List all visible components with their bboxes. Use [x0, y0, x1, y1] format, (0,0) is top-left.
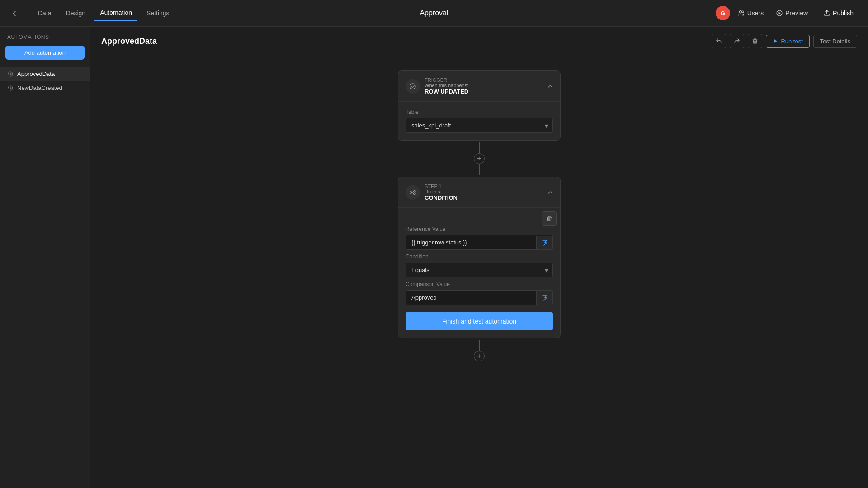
svg-marker-3	[779, 12, 781, 14]
step1-card-header: Step 1 Do this: CONDITION	[398, 177, 560, 208]
trigger-card-header: Trigger When this happens: ROW UPDATED	[398, 71, 560, 102]
sidebar-item-label-2: NewDataCreated	[17, 84, 62, 91]
step1-header-left: Step 1 Do this: CONDITION	[406, 183, 458, 201]
main-layout: Automations Add automation ApprovedData …	[0, 27, 868, 488]
sidebar-title: Automations	[0, 34, 90, 46]
trigger-when-text: When this happens:	[425, 83, 468, 88]
comparison-value-formula-button[interactable]	[536, 291, 552, 305]
connector-1: +	[474, 141, 485, 177]
run-test-label: Run test	[781, 38, 802, 45]
table-label: Table	[406, 109, 553, 115]
trigger-icon	[406, 79, 420, 94]
connector-line-2	[479, 164, 480, 175]
page-title: ApprovedData	[101, 37, 157, 46]
trigger-action: ROW UPDATED	[425, 88, 468, 95]
preview-button[interactable]: Preview	[772, 7, 812, 19]
sidebar: Automations Add automation ApprovedData …	[0, 27, 90, 488]
step1-delete-button[interactable]	[542, 211, 557, 226]
content-header: ApprovedData	[90, 27, 868, 56]
reference-value-section: Reference Value	[398, 226, 560, 253]
workflow-canvas: Trigger When this happens: ROW UPDATED T…	[90, 56, 868, 378]
preview-label: Preview	[785, 9, 808, 17]
tab-settings[interactable]: Settings	[141, 5, 175, 21]
table-select[interactable]: sales_kpi_draft	[406, 118, 553, 133]
svg-point-5	[410, 192, 412, 193]
condition-section: Condition Equals ▾	[398, 253, 560, 281]
nav-right: G Users Preview Publish	[716, 0, 861, 27]
svg-point-1	[742, 11, 744, 13]
sidebar-item-new-data-created[interactable]: NewDataCreated	[0, 81, 90, 95]
app-title: Approval	[420, 9, 448, 17]
step1-card: Step 1 Do this: CONDITION	[398, 177, 561, 338]
run-test-button[interactable]: Run test	[766, 35, 809, 48]
tab-data[interactable]: Data	[33, 5, 57, 21]
back-button[interactable]	[7, 7, 22, 20]
delete-automation-button[interactable]	[748, 34, 762, 48]
comparison-value-section: Comparison Value	[398, 281, 560, 309]
publish-label: Publish	[833, 9, 854, 17]
connector-2: +	[474, 338, 485, 363]
reference-value-formula-button[interactable]	[536, 236, 552, 249]
condition-select[interactable]: Equals	[406, 263, 553, 277]
reference-value-input[interactable]	[406, 235, 536, 249]
trigger-label: Trigger	[425, 77, 468, 83]
add-step-button-2[interactable]: +	[474, 351, 485, 361]
table-select-wrapper: sales_kpi_draft ▾	[406, 118, 553, 133]
step1-body-actions	[398, 208, 560, 226]
tab-automation[interactable]: Automation	[94, 5, 137, 21]
add-step-button-1[interactable]: +	[474, 153, 485, 164]
step1-label: Step 1	[425, 183, 458, 189]
trigger-collapse-button[interactable]	[547, 82, 553, 90]
nav-tabs: Data Design Automation Settings	[33, 5, 175, 21]
comparison-value-input-wrapper	[406, 290, 553, 305]
svg-point-0	[739, 11, 741, 13]
redo-button[interactable]	[730, 34, 744, 48]
automation-icon-1	[7, 71, 14, 77]
connector-line-3	[479, 340, 480, 351]
trigger-card: Trigger When this happens: ROW UPDATED T…	[398, 70, 561, 141]
step1-header-text: Step 1 Do this: CONDITION	[425, 183, 458, 201]
condition-select-wrapper: Equals ▾	[406, 263, 553, 277]
users-label: Users	[747, 9, 764, 17]
trigger-header-text: Trigger When this happens: ROW UPDATED	[425, 77, 468, 95]
add-automation-button[interactable]: Add automation	[5, 46, 85, 60]
trigger-card-body: Table sales_kpi_draft ▾	[398, 102, 560, 140]
finish-test-automation-button[interactable]: Finish and test automation	[406, 312, 553, 330]
condition-label: Condition	[406, 253, 553, 260]
comparison-value-input[interactable]	[406, 291, 536, 305]
users-button[interactable]: Users	[734, 7, 769, 19]
tab-design[interactable]: Design	[61, 5, 91, 21]
sidebar-item-approved-data[interactable]: ApprovedData	[0, 67, 90, 81]
comparison-value-label: Comparison Value	[406, 281, 553, 287]
test-details-button[interactable]: Test Details	[813, 35, 857, 48]
top-navigation: Data Design Automation Settings Approval…	[0, 0, 868, 27]
step1-do-text: Do this:	[425, 189, 458, 194]
undo-button[interactable]	[712, 34, 726, 48]
automation-icon-2	[7, 85, 14, 91]
reference-value-input-wrapper	[406, 235, 553, 250]
user-avatar: G	[716, 6, 730, 20]
step1-icon	[406, 185, 420, 200]
step1-action: CONDITION	[425, 194, 458, 201]
sidebar-item-label-1: ApprovedData	[17, 70, 55, 77]
reference-value-label: Reference Value	[406, 226, 553, 232]
step1-collapse-button[interactable]	[547, 188, 553, 197]
content-area: ApprovedData	[90, 27, 868, 488]
header-actions: Run test Test Details	[712, 34, 857, 48]
nav-left: Data Design Automation Settings	[7, 5, 175, 21]
trigger-header-left: Trigger When this happens: ROW UPDATED	[406, 77, 468, 95]
publish-button[interactable]: Publish	[816, 0, 861, 27]
svg-marker-4	[774, 39, 777, 43]
connector-line-1	[479, 142, 480, 153]
